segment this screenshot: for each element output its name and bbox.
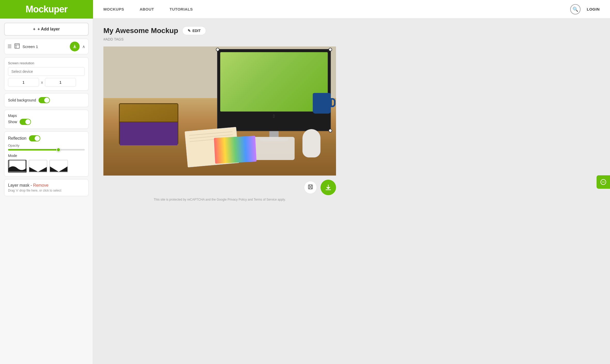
- reflection-slider: [29, 135, 40, 141]
- header: Mockuper MOCKUPS ABOUT TUTORIALS 🔍 LOGIN: [0, 0, 610, 19]
- nav-tutorials[interactable]: TUTORIALS: [170, 7, 193, 11]
- edit-button[interactable]: ✎ EDIT: [182, 26, 206, 35]
- mode-option-arrow[interactable]: [49, 160, 68, 173]
- layer-mask-remove-link[interactable]: Remove: [33, 183, 49, 187]
- screen-resolution-label: Screen resolution: [8, 61, 85, 65]
- nav-mockups[interactable]: MOCKUPS: [103, 7, 124, 11]
- svg-point-12: [604, 182, 605, 183]
- search-icon: 🔍: [573, 6, 578, 12]
- nav-about[interactable]: ABOUT: [140, 7, 154, 11]
- layer-item: ☰ Screen 1 ∧: [4, 39, 89, 54]
- maps-panel: Maps Show: [4, 110, 89, 129]
- toolbox-interior: [120, 122, 178, 145]
- download-main-icon: [325, 184, 332, 191]
- maps-label: Maps: [8, 114, 85, 118]
- screen-resolution-panel: Screen resolution x: [4, 57, 89, 91]
- opacity-slider-thumb[interactable]: [56, 148, 60, 152]
- search-button[interactable]: 🔍: [570, 4, 581, 14]
- mouse: [302, 129, 321, 157]
- opacity-label: Opacity: [8, 144, 85, 147]
- layer-name: Screen 1: [22, 44, 67, 49]
- layer-mask-sub-text: Drag 'n' drop file here, or click to sel…: [8, 189, 85, 192]
- edit-icon: ✎: [188, 29, 191, 33]
- svg-rect-0: [15, 44, 19, 48]
- reflection-panel: Reflection Opacity Mode: [4, 131, 89, 177]
- save-button[interactable]: [304, 181, 317, 194]
- svg-point-11: [603, 182, 604, 183]
- color-swatches: [214, 136, 256, 164]
- solid-background-slider: [39, 97, 50, 103]
- mode-option-triangle[interactable]: [29, 160, 47, 173]
- resolution-row: x: [8, 78, 85, 87]
- mode-option-wave[interactable]: [8, 160, 27, 173]
- mode-arrow-icon: [50, 160, 67, 172]
- login-button[interactable]: LOGIN: [587, 7, 600, 11]
- add-layer-button[interactable]: + + Add layer: [4, 23, 89, 36]
- solid-background-label: Solid background: [8, 98, 36, 102]
- svg-point-10: [602, 182, 603, 183]
- chat-float-button[interactable]: [597, 175, 610, 189]
- main-layout: + + Add layer ☰ Screen 1 ∧ Scr: [0, 19, 610, 364]
- layer-mask-title-row: Layer mask - Remove: [8, 183, 85, 188]
- solid-background-panel: Solid background: [4, 93, 89, 107]
- reflection-label: Reflection: [8, 136, 26, 141]
- hamburger-icon: ☰: [7, 44, 12, 49]
- toolbox: [119, 103, 178, 145]
- svg-rect-8: [309, 187, 311, 189]
- screen-icon: [14, 43, 20, 50]
- layer-collapse-button[interactable]: ∧: [82, 44, 85, 49]
- mockup-title-row: My Awesome Mockup ✎ EDIT: [103, 26, 600, 35]
- plus-icon: +: [33, 27, 35, 31]
- save-icon: [308, 184, 313, 191]
- resolution-width-input[interactable]: [8, 78, 39, 87]
- logo-text: Mockuper: [26, 4, 67, 15]
- logo-area: Mockuper: [0, 0, 93, 19]
- res-separator: x: [41, 80, 43, 84]
- reflection-row: Reflection: [8, 135, 85, 141]
- mug-handle: [330, 98, 335, 107]
- coffee-mug: [313, 93, 331, 114]
- resolution-height-input[interactable]: [45, 78, 76, 87]
- opacity-slider-track[interactable]: [8, 149, 85, 151]
- mode-wave-icon: [9, 160, 26, 172]
- footer-text: This site is protected by reCAPTCHA and …: [103, 195, 336, 204]
- apple-logo-icon: : [273, 114, 275, 119]
- maps-show-label: Show: [8, 120, 17, 124]
- opacity-slider-fill: [8, 149, 58, 151]
- svg-rect-7: [308, 185, 312, 189]
- maps-show-slider: [20, 119, 31, 125]
- maps-show-toggle[interactable]: [20, 119, 31, 125]
- nav-area: MOCKUPS ABOUT TUTORIALS 🔍 LOGIN: [93, 4, 610, 14]
- imac-bezel: : [217, 49, 331, 131]
- layer-mask-section: Layer mask - Remove Drag 'n' drop file h…: [4, 179, 89, 196]
- solid-background-toggle[interactable]: [39, 97, 50, 103]
- imac-chin: : [220, 112, 328, 121]
- mode-label: Mode: [8, 154, 85, 158]
- download-main-button[interactable]: [321, 180, 336, 195]
- layer-mask-title: Layer mask - Remove: [8, 183, 49, 188]
- reflection-toggle[interactable]: [29, 135, 40, 141]
- layer-download-button[interactable]: [70, 42, 80, 51]
- imac-screen[interactable]: [220, 52, 328, 112]
- add-tags-link[interactable]: #ADD TAGS: [103, 37, 600, 41]
- imac-screen-content: [220, 52, 328, 112]
- main-content: My Awesome Mockup ✎ EDIT #ADD TAGS: [93, 19, 610, 364]
- solid-background-row: Solid background: [8, 97, 85, 103]
- mockup-scene: : [103, 46, 336, 176]
- device-select-input[interactable]: [8, 67, 85, 76]
- mode-options: [8, 160, 85, 173]
- chat-icon: [600, 179, 607, 185]
- bottom-actions: [103, 180, 336, 195]
- sidebar: + + Add layer ☰ Screen 1 ∧ Scr: [0, 19, 93, 364]
- toolbox-lid: [120, 104, 178, 122]
- remove-separator: -: [30, 183, 33, 187]
- nav-right: 🔍 LOGIN: [570, 4, 600, 14]
- mode-triangle-icon: [29, 160, 47, 172]
- mockup-title: My Awesome Mockup: [103, 27, 178, 35]
- maps-show-row: Show: [8, 119, 85, 125]
